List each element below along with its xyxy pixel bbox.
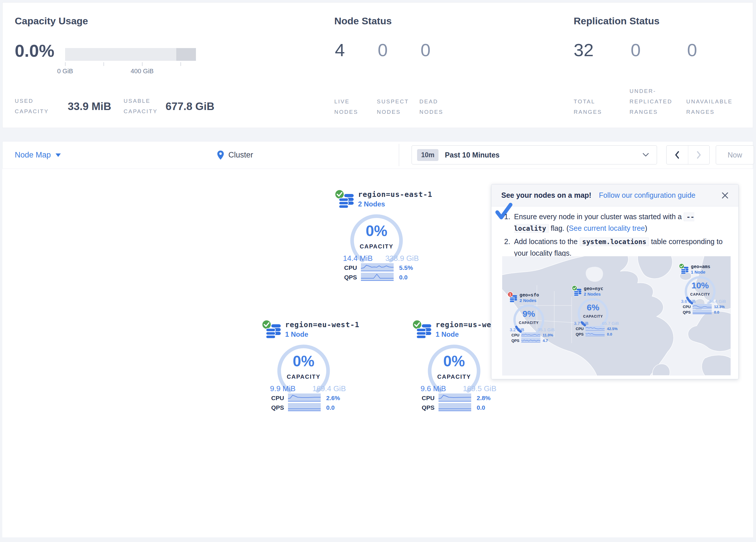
locality-nodes-link[interactable]: 2 Nodes bbox=[520, 298, 536, 303]
qps-label: QPS bbox=[271, 404, 284, 411]
chevron-right-icon bbox=[696, 150, 702, 159]
locality-tree-link[interactable]: See current locality tree bbox=[569, 224, 645, 232]
step-text-part: flag. ( bbox=[551, 224, 569, 232]
qps-value: 0.0 bbox=[477, 404, 485, 411]
time-range-badge: 10m bbox=[417, 149, 438, 161]
qps-value: 0.0 bbox=[399, 274, 408, 281]
locality-nodes-link[interactable]: 2 Nodes bbox=[584, 292, 601, 297]
step-text: Ensure every node in your cluster was st… bbox=[514, 211, 730, 234]
breadcrumb[interactable]: Cluster bbox=[217, 141, 253, 168]
view-selector-dropdown[interactable]: Node Map bbox=[15, 141, 61, 168]
map-pin-icon bbox=[217, 150, 224, 160]
setup-steps: 1. Ensure every node in your cluster was… bbox=[504, 211, 730, 260]
dead-nodes-count: 0 bbox=[421, 40, 430, 60]
database-stack-icon bbox=[681, 266, 689, 274]
region-nodes-link[interactable]: 1 Node bbox=[436, 330, 459, 339]
total-capacity: 338.9 GiB bbox=[375, 254, 419, 263]
cpu-label: CPU bbox=[576, 327, 583, 331]
database-stack-icon bbox=[416, 324, 432, 339]
region-nodes-link[interactable]: 2 Nodes bbox=[358, 200, 385, 208]
step-number: 1. bbox=[504, 211, 514, 234]
qps-label: QPS bbox=[576, 332, 583, 337]
time-range-label: Past 10 Minutes bbox=[445, 151, 500, 159]
used-capacity: 9.6 MiB bbox=[421, 384, 446, 393]
qps-sparkline bbox=[693, 310, 712, 314]
qps-label: QPS bbox=[422, 404, 434, 411]
cpu-value: 5.5% bbox=[399, 264, 413, 271]
cpu-sparkline bbox=[438, 394, 471, 402]
capacity-percent: 0% bbox=[276, 352, 331, 370]
system-locations-code: system.locations bbox=[580, 237, 649, 246]
chevron-left-icon bbox=[674, 150, 680, 159]
cpu-value: 42.5% bbox=[607, 327, 618, 331]
qps-sparkline bbox=[361, 273, 394, 281]
capacity-usage-bar bbox=[65, 48, 196, 61]
dead-nodes-label: DEAD NODES bbox=[419, 96, 443, 117]
caret-down-icon bbox=[56, 153, 61, 157]
popup-title: See your nodes on a map! bbox=[501, 191, 591, 199]
total-ranges-label: TOTAL RANGES bbox=[574, 96, 602, 117]
now-button[interactable]: Now bbox=[716, 145, 754, 164]
cpu-value: 11.0% bbox=[543, 333, 553, 337]
capacity-percent: 0% bbox=[349, 222, 404, 239]
cpu-sparkline bbox=[521, 333, 540, 337]
popup-header: See your nodes on a map! Follow our conf… bbox=[491, 184, 738, 206]
configuration-guide-link[interactable]: Follow our configuration guide bbox=[599, 191, 696, 199]
under-replicated-count: 0 bbox=[631, 40, 641, 60]
cpu-value: 12.3% bbox=[714, 305, 725, 309]
step-number: 2. bbox=[504, 236, 514, 259]
qps-value: 4.7 bbox=[543, 339, 548, 343]
capacity-label: CAPACITY bbox=[577, 315, 609, 319]
capacity-percent: 0.0% bbox=[15, 41, 54, 61]
now-button-label: Now bbox=[728, 151, 742, 159]
unavailable-count: 0 bbox=[687, 40, 697, 60]
live-nodes-label: LIVE NODES bbox=[334, 96, 358, 117]
qps-label: QPS bbox=[344, 274, 357, 281]
usable-capacity-value: 677.8 GiB bbox=[166, 100, 214, 113]
under-replicated-label: UNDER- REPLICATED RANGES bbox=[630, 86, 672, 117]
step-forward-button[interactable] bbox=[688, 146, 710, 164]
suspect-nodes-count: 0 bbox=[378, 40, 388, 60]
total-capacity: 35.1 GiB bbox=[529, 327, 555, 332]
database-stack-icon bbox=[510, 295, 517, 303]
locality-geo-nyc[interactable]: geo=nyc 2 Nodes 6% CAPACITY 3.7 GiB 65.7… bbox=[572, 285, 622, 338]
qps-value: 0.0 bbox=[607, 332, 612, 337]
cpu-label: CPU bbox=[511, 333, 519, 337]
qps-sparkline bbox=[586, 332, 605, 336]
qps-sparkline bbox=[521, 338, 540, 343]
axis-tick bbox=[181, 62, 181, 66]
unavailable-label: UNAVAILABLE RANGES bbox=[686, 96, 733, 117]
used-capacity: 9.9 MiB bbox=[270, 384, 296, 393]
capacity-label: CAPACITY bbox=[684, 293, 716, 297]
cpu-sparkline bbox=[586, 326, 605, 331]
locality-name: geo=ams bbox=[691, 264, 710, 269]
chevron-down-icon bbox=[642, 152, 649, 157]
used-capacity-value: 33.9 MiB bbox=[68, 100, 111, 113]
region-us-east-1[interactable]: region=us-east-1 2 Nodes 0% CAPACITY 14.… bbox=[334, 187, 421, 285]
used-capacity: 14.4 MiB bbox=[343, 254, 373, 263]
locality-nodes-link[interactable]: 1 Node bbox=[691, 269, 705, 275]
time-step-arrows bbox=[666, 145, 710, 164]
setup-step-1: 1. Ensure every node in your cluster was… bbox=[504, 211, 730, 234]
cpu-sparkline bbox=[288, 394, 321, 402]
step-back-button[interactable] bbox=[667, 146, 688, 164]
region-name: region=eu-west-1 bbox=[285, 321, 359, 329]
qps-value: 0.0 bbox=[326, 404, 335, 411]
close-icon[interactable] bbox=[721, 191, 729, 199]
region-us-west-1[interactable]: region=us-west-1 1 Node 0% CAPACITY 9.6 … bbox=[412, 317, 499, 416]
locality-geo-ams[interactable]: geo=ams 1 Node 10% CAPACITY 3.6 GiB 34.4… bbox=[679, 262, 729, 316]
database-stack-icon bbox=[339, 194, 354, 209]
axis-tick-label: 0 GiB bbox=[57, 67, 73, 75]
qps-sparkline bbox=[438, 403, 471, 411]
qps-value: 0.0 bbox=[714, 310, 719, 315]
cpu-label: CPU bbox=[422, 395, 434, 402]
time-range-select[interactable]: 10m Past 10 Minutes bbox=[412, 145, 657, 164]
total-capacity: 65.7 GiB bbox=[593, 321, 619, 326]
region-eu-west-1[interactable]: region=eu-west-1 1 Node 0% CAPACITY 9.9 … bbox=[261, 317, 348, 416]
axis-tick-label: 400 GiB bbox=[131, 67, 154, 75]
used-capacity: 3.6 GiB bbox=[681, 299, 696, 304]
region-nodes-link[interactable]: 1 Node bbox=[285, 330, 308, 339]
view-selector-label: Node Map bbox=[15, 150, 51, 159]
locality-geo-sfo[interactable]: 1 geo=sfo 2 Nodes 9% CAPACITY 3.2 GiB 35… bbox=[507, 291, 558, 345]
map-toolbar: Node Map Cluster 10m Past 10 Minutes Now bbox=[2, 141, 753, 169]
